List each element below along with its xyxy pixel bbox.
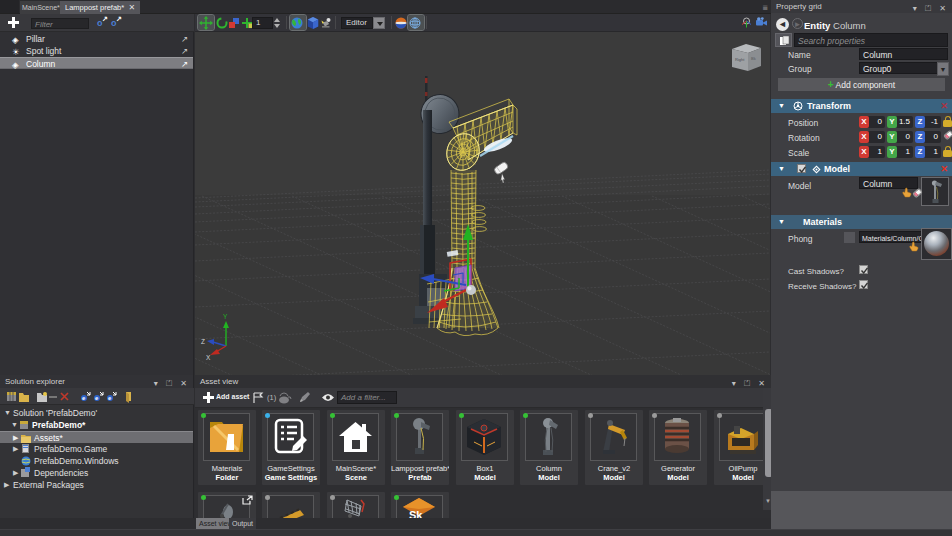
- svg-text:Right: Right: [735, 57, 745, 62]
- svg-text:Bk: Bk: [751, 56, 756, 61]
- svg-text:Z: Z: [201, 338, 205, 345]
- svg-text:X: X: [206, 354, 211, 361]
- svg-text:Sk: Sk: [409, 509, 423, 518]
- svg-text:Y: Y: [223, 313, 228, 320]
